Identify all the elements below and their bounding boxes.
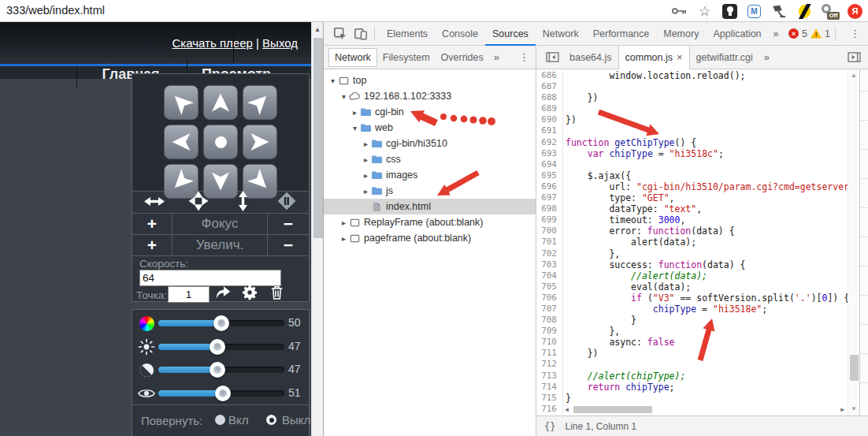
pause-button[interactable] <box>265 192 309 213</box>
pad-center-button[interactable] <box>203 125 238 159</box>
navigator-more-chevron[interactable]: » <box>489 51 504 63</box>
tree-item-images[interactable]: ▸images <box>324 167 536 183</box>
rotate-option-label[interactable]: Вкл <box>228 413 249 427</box>
pad-left-button[interactable] <box>164 125 198 159</box>
pad-up-right-button[interactable] <box>243 85 277 120</box>
line-number[interactable]: 698 <box>536 203 563 214</box>
line-number[interactable]: 703 <box>536 259 563 270</box>
hscroll-left-arrow-icon[interactable]: ◀ <box>565 406 569 413</box>
line-number[interactable]: 688 <box>536 92 563 103</box>
more-tabs-chevron[interactable]: » <box>769 28 784 39</box>
browser-url-bar[interactable]: 333/web/index.html ☆ M Off Я <box>0 0 868 22</box>
hue-wheel-icon[interactable] <box>138 315 155 332</box>
slider-handle[interactable] <box>210 339 225 355</box>
delete-trash-button[interactable] <box>268 285 285 303</box>
line-number[interactable]: 686 <box>536 70 563 81</box>
tab-network[interactable]: Network <box>536 22 586 46</box>
tree-item-css[interactable]: ▸css <box>324 151 536 167</box>
hscroll-thumb[interactable] <box>573 406 652 413</box>
line-number[interactable]: 704 <box>536 270 563 281</box>
line-number[interactable]: 706 <box>536 293 563 304</box>
slider-handle[interactable] <box>213 315 229 331</box>
page-scrollbar-thumb[interactable] <box>313 38 323 238</box>
line-number[interactable]: 693 <box>536 148 563 159</box>
settings-gear-button[interactable] <box>241 285 258 303</box>
focus-minus-button[interactable]: − <box>267 214 309 234</box>
line-number[interactable]: 696 <box>536 181 563 192</box>
tree-item-js[interactable]: ▸js <box>324 183 536 199</box>
zoom-minus-button[interactable]: − <box>267 235 309 255</box>
extension-lightbulb-icon[interactable] <box>721 3 738 20</box>
download-player-link[interactable]: Скачать плеер <box>172 36 253 50</box>
expander-closed-icon[interactable]: ▸ <box>362 155 370 164</box>
tab-elements[interactable]: Elements <box>380 22 435 46</box>
tree-item-web[interactable]: ▾web <box>324 120 536 136</box>
vscroll-down-arrow-icon[interactable]: ▼ <box>851 405 857 412</box>
hide-navigator-icon[interactable] <box>544 51 560 64</box>
expander-open-icon[interactable]: ▾ <box>328 76 337 85</box>
navigator-tab-filesystem[interactable]: Filesystem <box>377 49 436 66</box>
warning-badge-icon[interactable]: ! <box>811 29 822 39</box>
collapsed-debugger-sidebar[interactable] <box>859 69 868 416</box>
preset-input[interactable] <box>168 286 210 303</box>
devtools-menu-icon[interactable]: ⋮ <box>844 28 862 39</box>
line-number[interactable]: 710 <box>536 337 563 348</box>
tab-application[interactable]: Application <box>706 22 768 46</box>
speed-input[interactable] <box>139 270 281 286</box>
line-number[interactable]: 700 <box>536 225 563 237</box>
extension-tape-icon[interactable]: Off <box>821 3 838 20</box>
line-number[interactable]: 716 <box>536 404 563 415</box>
rotate-radio-1[interactable] <box>215 415 225 425</box>
hscroll-right-arrow-icon[interactable]: ▶ <box>840 406 844 413</box>
horizontal-scan-button[interactable] <box>132 192 176 213</box>
line-number[interactable]: 707 <box>536 304 563 315</box>
expander-closed-icon[interactable]: ▸ <box>351 108 359 117</box>
tree-item-index.html[interactable]: index.html <box>324 199 536 214</box>
extension-lamp-icon[interactable] <box>770 3 787 20</box>
extension-maps-icon[interactable]: M <box>747 4 762 19</box>
zoom-plus-button[interactable]: + <box>132 235 172 255</box>
tab-sources[interactable]: Sources <box>485 22 536 46</box>
pretty-print-icon[interactable]: {} <box>536 421 565 432</box>
extension-yellow-ball-icon[interactable] <box>796 3 812 20</box>
saturation-eye-icon[interactable] <box>138 385 155 402</box>
focus-plus-button[interactable]: + <box>132 214 172 234</box>
brightness-icon[interactable] <box>138 338 155 356</box>
file-more-chevron[interactable]: » <box>759 51 774 63</box>
file-tab-base64.js[interactable]: base64.js <box>563 46 618 69</box>
device-toolbar-icon[interactable] <box>352 26 369 42</box>
file-tab-getwifiattr.cgi[interactable]: getwifiattr.cgi <box>690 46 759 69</box>
line-number[interactable]: 687 <box>536 81 563 92</box>
line-number[interactable]: 711 <box>536 348 563 359</box>
key-icon[interactable] <box>671 3 688 20</box>
navigator-menu-icon[interactable]: ⋮ <box>513 51 531 63</box>
line-number[interactable]: 708 <box>536 315 563 326</box>
rotate-option-label[interactable]: Выкл <box>282 413 310 427</box>
tree-item-top[interactable]: ▾top <box>324 73 536 88</box>
line-number[interactable]: 713 <box>536 371 563 382</box>
line-number[interactable]: 715 <box>536 393 563 404</box>
expander-closed-icon[interactable]: ▸ <box>362 140 370 148</box>
extension-yandex-icon[interactable]: Я <box>847 3 863 20</box>
file-tab-common.js[interactable]: common.js× <box>618 46 690 69</box>
slider-handle[interactable] <box>215 386 231 401</box>
code-editor[interactable]: 686 window.location.reload();687688 })68… <box>536 69 848 436</box>
inspect-element-icon[interactable] <box>332 26 349 42</box>
line-number[interactable]: 691 <box>536 125 563 136</box>
expander-closed-icon[interactable]: ▸ <box>362 187 370 196</box>
expander-open-icon[interactable]: ▾ <box>339 92 348 101</box>
line-number[interactable]: 701 <box>536 237 563 248</box>
slider-handle[interactable] <box>210 362 225 378</box>
expander-closed-icon[interactable]: ▸ <box>339 234 348 243</box>
line-number[interactable]: 690 <box>536 114 563 125</box>
line-number[interactable]: 697 <box>536 192 563 203</box>
contrast-icon[interactable] <box>138 361 155 378</box>
scroll-up-arrow-icon[interactable]: ▲ <box>314 26 321 33</box>
tab-console[interactable]: Console <box>435 22 485 46</box>
line-number[interactable]: 692 <box>536 137 563 148</box>
close-tab-icon[interactable]: × <box>677 51 683 63</box>
error-badge-icon[interactable]: × <box>788 28 799 39</box>
expander-closed-icon[interactable]: ▸ <box>362 171 370 180</box>
vscroll-thumb[interactable] <box>850 355 859 381</box>
tree-item-192.168.1.102:3333[interactable]: ▾192.168.1.102:3333 <box>324 88 536 104</box>
